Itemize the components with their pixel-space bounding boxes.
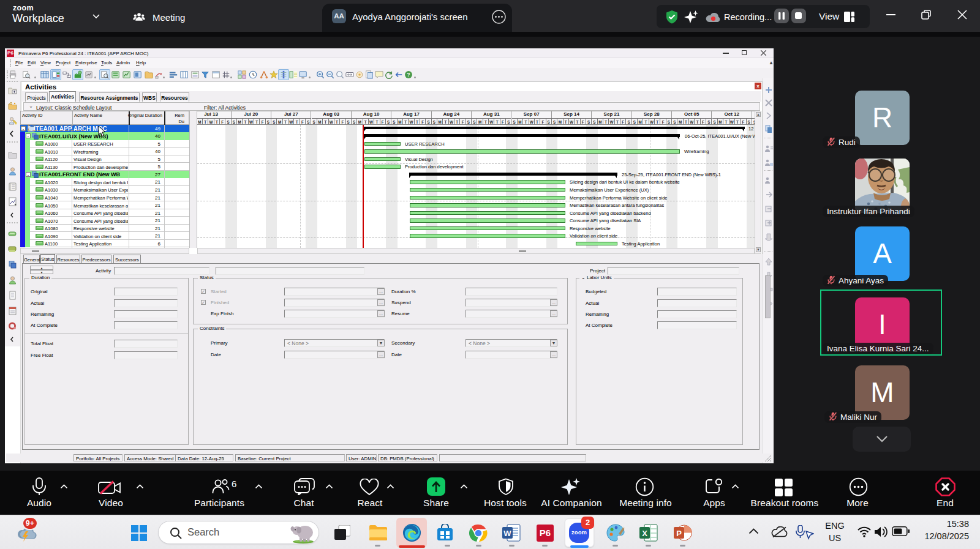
svg-text:W: W xyxy=(503,529,511,538)
svg-text:?: ? xyxy=(407,72,410,78)
svg-text:P: P xyxy=(676,529,682,538)
svg-text:X: X xyxy=(642,529,647,538)
